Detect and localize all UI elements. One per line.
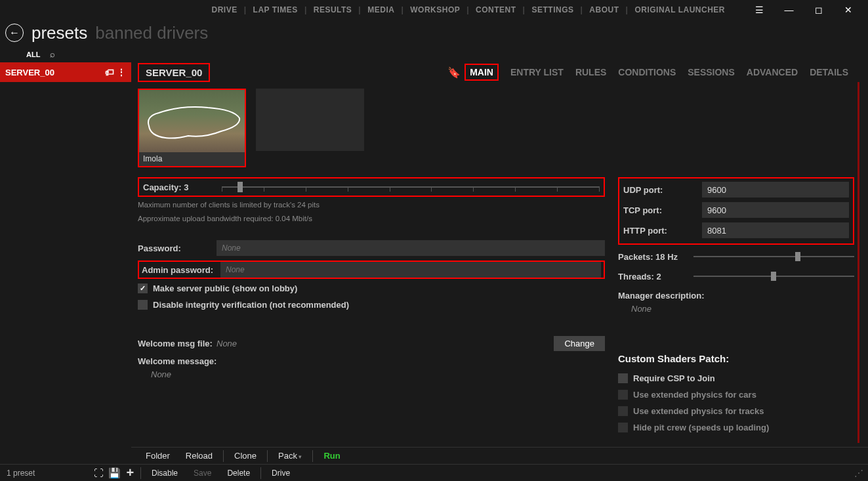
csp-ext-cars-label: Use extended physics for cars: [633, 390, 756, 400]
csp-require-row[interactable]: Require CSP to Join: [618, 371, 854, 385]
page-title: presets: [31, 23, 87, 43]
csp-require-label: Require CSP to Join: [633, 373, 715, 383]
reload-button[interactable]: Reload: [178, 451, 220, 461]
delete-button[interactable]: Delete: [219, 469, 258, 478]
public-check-label: Make server public (show on lobby): [153, 283, 297, 293]
tab-entry-list[interactable]: ENTRY LIST: [510, 67, 564, 77]
tab-main[interactable]: MAIN: [465, 64, 499, 81]
packets-slider[interactable]: [693, 251, 854, 262]
csp-hide-pit-checkbox[interactable]: [618, 423, 628, 432]
tab-details[interactable]: DETAILS: [810, 67, 848, 77]
right-column: UDP port: TCP port: HTTP port: Packets: …: [618, 177, 854, 434]
tab-advanced[interactable]: ADVANCED: [747, 67, 798, 77]
menu-settings[interactable]: SETTINGS: [525, 5, 580, 14]
capacity-slider-thumb[interactable]: [238, 182, 243, 192]
threads-label: Threads: 2: [618, 272, 693, 282]
sidebar-item-label: SERVER_00: [5, 68, 54, 77]
config-tabs: 🔖 MAIN ENTRY LIST RULES CONDITIONS SESSI…: [447, 64, 848, 81]
welcome-file-row: Welcome msg file: None Change: [138, 336, 605, 351]
tab-conditions[interactable]: CONDITIONS: [618, 67, 676, 77]
action-bar: Folder Reload Clone Pack Run: [131, 447, 868, 464]
http-port-row: HTTP port:: [623, 221, 849, 240]
filter-bar: ALL ⌕: [0, 46, 868, 62]
http-port-label: HTTP port:: [623, 226, 702, 236]
page-subtitle[interactable]: banned drivers: [95, 23, 208, 43]
folder-button[interactable]: Folder: [138, 451, 178, 461]
menu-workshop[interactable]: WORKSHOP: [403, 5, 466, 14]
filter-all[interactable]: ALL: [26, 51, 40, 58]
threads-row: Threads: 2: [618, 268, 854, 284]
integrity-checkbox[interactable]: [138, 300, 148, 310]
minimize-button[interactable]: —: [774, 0, 804, 20]
password-label: Password:: [138, 243, 217, 253]
ribbon-icon: 🔖: [447, 66, 461, 79]
capacity-slider[interactable]: [222, 180, 600, 194]
disable-button[interactable]: Disable: [144, 469, 186, 478]
back-button[interactable]: ←: [5, 24, 24, 42]
admin-password-label: Admin password:: [142, 265, 220, 275]
tab-rules[interactable]: RULES: [575, 67, 606, 77]
track-card-imola[interactable]: Imola: [138, 89, 246, 167]
welcome-message-value: None: [138, 369, 605, 379]
resize-grip-icon[interactable]: ⋰: [854, 468, 861, 478]
welcome-file-change-button[interactable]: Change: [554, 336, 605, 351]
track-name-label: Imola: [139, 152, 245, 167]
manager-desc-value: None: [618, 304, 854, 314]
csp-require-checkbox[interactable]: [618, 373, 628, 383]
csp-ext-tracks-checkbox[interactable]: [618, 406, 628, 416]
left-column: Capacity: 3 Maximum number of clients is…: [138, 177, 605, 434]
packets-row: Packets: 18 Hz: [618, 249, 854, 264]
menu-drive[interactable]: DRIVE: [205, 5, 244, 14]
menu-content[interactable]: CONTENT: [469, 5, 523, 14]
menu-about[interactable]: ABOUT: [583, 5, 625, 14]
save-icon[interactable]: 💾: [107, 466, 121, 480]
tcp-port-row: TCP port:: [623, 201, 849, 219]
welcome-message-label: Welcome message:: [138, 356, 605, 366]
capacity-hint-1: Maximum number of clients is limited by …: [138, 199, 605, 211]
fullscreen-icon[interactable]: ⛶: [91, 466, 106, 480]
drive-button[interactable]: Drive: [264, 469, 298, 478]
packets-slider-thumb[interactable]: [795, 252, 800, 261]
admin-password-row: Admin password:: [138, 261, 605, 279]
close-button[interactable]: ✕: [833, 0, 863, 20]
clone-button[interactable]: Clone: [226, 451, 264, 461]
http-port-input[interactable]: [702, 222, 849, 238]
tcp-port-label: TCP port:: [623, 205, 702, 215]
public-checkbox[interactable]: ✓: [138, 283, 148, 293]
scrollbar-indicator[interactable]: [858, 82, 859, 443]
top-menu-bar: DRIVE| LAP TIMES| RESULTS| MEDIA| WORKSH…: [0, 0, 868, 20]
password-input[interactable]: [217, 240, 605, 256]
integrity-check-label: Disable integrity verification (not reco…: [153, 300, 349, 310]
maximize-button[interactable]: ◻: [804, 0, 833, 20]
content-area: SERVER_00 🔖 MAIN ENTRY LIST RULES CONDIT…: [131, 62, 868, 443]
menu-media[interactable]: MEDIA: [361, 5, 401, 14]
search-icon[interactable]: ⌕: [50, 49, 55, 59]
bookmark-icon[interactable]: 🏷 ⋮: [105, 67, 126, 77]
csp-hide-pit-row[interactable]: Hide pit crew (speeds up loading): [618, 420, 854, 434]
window-controls: ☰ — ◻ ✕: [745, 0, 863, 20]
pack-button[interactable]: Pack: [270, 451, 310, 461]
menu-original-launcher[interactable]: ORIGINAL LAUNCHER: [628, 5, 732, 14]
run-button[interactable]: Run: [316, 451, 348, 461]
threads-slider-thumb[interactable]: [771, 272, 776, 281]
threads-slider[interactable]: [693, 270, 854, 282]
udp-port-row: UDP port:: [623, 180, 849, 199]
sidebar-item-server-00[interactable]: SERVER_00 🏷 ⋮: [0, 62, 131, 82]
car-card-empty[interactable]: [256, 89, 364, 151]
server-name-label[interactable]: SERVER_00: [138, 63, 210, 82]
track-cards: Imola: [138, 89, 868, 167]
manager-desc-label: Manager description:: [618, 291, 854, 301]
tcp-port-input[interactable]: [702, 202, 849, 218]
csp-ext-cars-checkbox[interactable]: [618, 390, 628, 400]
add-icon[interactable]: +: [123, 466, 137, 480]
public-check-row[interactable]: ✓ Make server public (show on lobby): [138, 281, 605, 295]
menu-lap-times[interactable]: LAP TIMES: [247, 5, 304, 14]
udp-port-input[interactable]: [702, 182, 849, 198]
hamburger-icon[interactable]: ☰: [745, 0, 774, 20]
integrity-check-row[interactable]: Disable integrity verification (not reco…: [138, 297, 605, 312]
tab-sessions[interactable]: SESSIONS: [688, 67, 735, 77]
menu-results[interactable]: RESULTS: [307, 5, 359, 14]
csp-ext-tracks-row[interactable]: Use extended physics for tracks: [618, 404, 854, 418]
admin-password-input[interactable]: [220, 262, 601, 278]
csp-ext-cars-row[interactable]: Use extended physics for cars: [618, 387, 854, 402]
